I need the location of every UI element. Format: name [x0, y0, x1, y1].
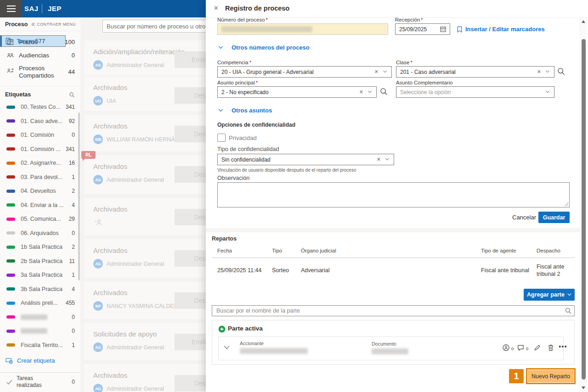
chevron-down-icon[interactable] [545, 90, 550, 93]
competencia-select[interactable]: 20 - UIA - Grupo general - Adversarial ✕ [217, 66, 392, 78]
save-button[interactable]: Guardar [538, 212, 570, 223]
tag-item[interactable]: 03. Para devol...1 [0, 170, 80, 185]
unarchive-button[interactable]: Des [175, 126, 206, 142]
modal-scrollbar[interactable] [580, 17, 587, 392]
tag-item[interactable]: 01. Caso adve...92 [0, 114, 80, 129]
parte-search-magnifier-icon[interactable] [565, 308, 571, 314]
modal-title: Registro de proceso [225, 5, 289, 12]
tag-item[interactable]: 04. Devueltos2 [0, 184, 80, 198]
clase-select[interactable]: 201 - Caso adversarial ✕ [396, 66, 554, 78]
hamburger-menu-icon[interactable] [0, 0, 22, 17]
asunto-lookup-magnifier-icon[interactable] [380, 88, 388, 95]
clear-x-icon[interactable]: ✕ [359, 89, 363, 95]
redacted-process-number [221, 26, 312, 32]
trash-delete-icon[interactable] [548, 344, 554, 351]
chevron-down-icon[interactable] [368, 90, 372, 93]
task-card[interactable]: Archivados UUUIA Des [84, 76, 206, 111]
process-search-input[interactable] [102, 20, 206, 33]
clear-x-icon[interactable]: ✕ [374, 69, 379, 75]
create-tag-link[interactable]: Crear etiqueta [0, 352, 80, 368]
task-card[interactable]: Adición/ampliación/reiteración AGAdminis… [84, 40, 206, 76]
sidebar-item-procesos-compartidos[interactable]: Procesos Compartidos 44 [0, 62, 80, 82]
task-card[interactable]: Archivados NPNANCY YASMINA CALDERON PERI… [84, 281, 206, 317]
tag-item[interactable]: 01. Comisión0 [0, 128, 80, 142]
emit-button[interactable]: Emitir [175, 334, 206, 350]
unarchive-button[interactable]: Des [175, 87, 206, 104]
resize-handle[interactable] [565, 202, 568, 206]
unarchive-button[interactable]: Des [175, 292, 206, 309]
agregar-parte-button[interactable]: Agregar parte [524, 289, 575, 301]
unarchive-button[interactable]: Des [175, 166, 206, 183]
pencil-edit-icon[interactable] [534, 344, 541, 351]
tag-color-chip [6, 175, 15, 179]
tag-item[interactable]: 1b Sala Practica2 [0, 240, 80, 254]
sidebar-item-audiencias[interactable]: Audiencias 0 [0, 49, 80, 62]
privacidad-checkbox[interactable] [217, 134, 226, 142]
tag-item[interactable]: 06. Arquivados0 [0, 226, 80, 241]
person-circle-icon[interactable] [503, 344, 509, 351]
count-badge: 0 [72, 52, 75, 59]
tag-color-chip [6, 134, 15, 137]
asunto-complementario-select[interactable]: Seleccione la opción [396, 86, 554, 98]
scroll-down-arrow-icon[interactable] [582, 386, 585, 389]
expand-chevron-icon[interactable] [224, 346, 230, 349]
tag-item[interactable]: 2b Sala Practica11 [0, 254, 80, 269]
tag-item[interactable]: 01. Comisión ...341 [0, 142, 80, 157]
cancel-button[interactable]: Cancelar [512, 214, 536, 221]
redacted-tag-label [21, 328, 47, 334]
task-card[interactable]: Archivados Des [84, 198, 206, 233]
scroll-up-arrow-icon[interactable] [582, 20, 585, 23]
redacted-tag-label [21, 314, 47, 320]
unarchive-button[interactable]: Des [175, 209, 206, 225]
tag-item[interactable]: 02. Asignar/re...16 [0, 156, 80, 170]
parte-search-input[interactable] [212, 305, 575, 316]
tag-item-redacted[interactable]: 0 [0, 324, 80, 338]
emit-button[interactable]: Emitir [175, 51, 206, 68]
tag-item[interactable]: Análisis preli...455 [0, 296, 80, 310]
task-card[interactable]: Solicitudes de apoyo AGAdministrador Gen… [84, 323, 206, 358]
task-card[interactable]: Archivados AGAdministrador General Des [84, 155, 206, 190]
tag-item[interactable]: 00. Testes Co...341 [0, 100, 80, 114]
avatar: UU [93, 96, 103, 106]
done-tasks-row[interactable]: Tareas realizadas 0 [0, 372, 80, 392]
task-card[interactable]: Archivados AGAdministrador General Des [84, 239, 206, 274]
sidebar-scrollbar[interactable] [78, 112, 80, 280]
task-card[interactable]: Archivados WBWILLIAM RAMÓN HERNÁNDEZ BA.… [84, 115, 206, 150]
numero-proceso-input[interactable] [217, 23, 388, 35]
nuevo-reparto-button[interactable]: Nuevo Reparto [526, 368, 576, 384]
search-tags-icon[interactable] [69, 92, 75, 98]
tipo-confidencialidad-select[interactable]: Sin confidencialidad ✕ [217, 154, 394, 165]
close-icon[interactable]: ✕ [214, 5, 219, 11]
clase-lookup-magnifier-icon[interactable] [557, 67, 565, 75]
more-options-icon[interactable]: ••• [559, 342, 567, 350]
chevron-down-icon[interactable] [385, 158, 390, 161]
tag-item-redacted[interactable]: 0 [0, 310, 80, 325]
unarchive-button[interactable]: Des [175, 250, 206, 267]
tag-item[interactable]: 3a Sala Practica1 [0, 268, 80, 282]
clear-x-icon[interactable]: ✕ [377, 157, 381, 162]
unarchive-button[interactable]: Des [175, 375, 206, 392]
sidebar-item-plazos[interactable]: Plazos 100 [0, 35, 80, 49]
collapse-menu-button[interactable]: CONTRAER MENÚ [31, 22, 76, 27]
chevron-down-icon[interactable] [545, 70, 550, 73]
scrollbar-thumb[interactable] [582, 39, 586, 380]
otros-asuntos-section-toggle[interactable]: Otros asuntos [218, 107, 272, 114]
tag-color-chip [6, 106, 15, 109]
tag-item[interactable]: 3b Sala Practica4 [0, 282, 80, 297]
observacion-textarea[interactable] [217, 182, 570, 207]
col-header-agente: Tipo de agente [481, 248, 516, 253]
tag-item[interactable]: 04. Enviar a la ...4 [0, 198, 80, 213]
tag-item[interactable]: Fiscalía Territo...1 [0, 338, 80, 353]
asunto-principal-select[interactable]: 2 - No especificado ✕ [217, 86, 377, 98]
accionante-label: Accionante [240, 341, 264, 346]
clear-x-icon[interactable]: ✕ [537, 69, 541, 75]
plus-circle-icon[interactable] [218, 325, 226, 333]
recepcion-date-input[interactable]: 25/09/2025 [395, 23, 450, 35]
calendar-picker-icon[interactable] [440, 26, 446, 32]
tag-item[interactable]: 05. Comunica...29 [0, 212, 80, 226]
comment-bubble-icon[interactable] [517, 344, 524, 351]
otros-numeros-section-toggle[interactable]: Otros números del proceso [218, 44, 310, 51]
insertar-editar-marcadores-link[interactable]: Insertar / Editar marcadores [457, 26, 545, 33]
chevron-down-icon[interactable] [383, 70, 387, 73]
task-card[interactable]: Archivados AGAdministrador General Des [84, 364, 206, 392]
